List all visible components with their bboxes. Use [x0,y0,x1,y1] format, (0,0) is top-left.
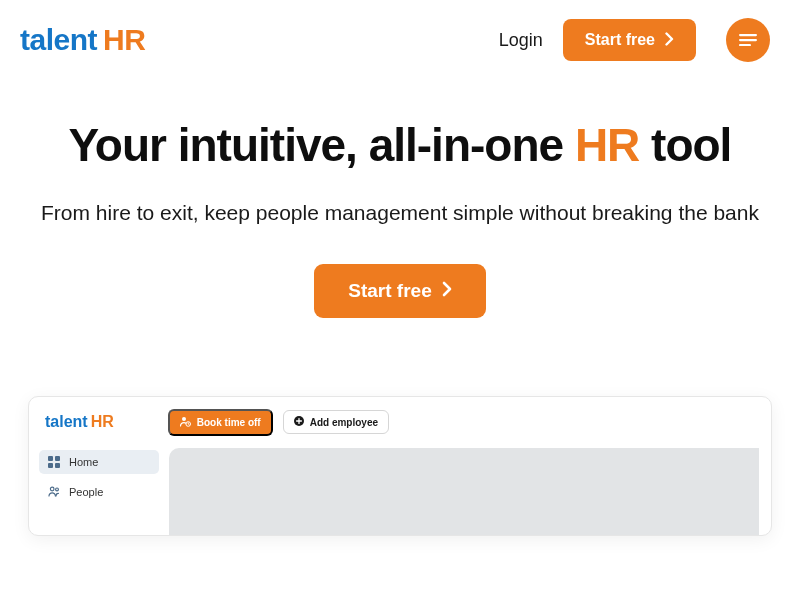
site-header: talent HR Login Start free [0,0,800,80]
add-employee-label: Add employee [310,417,378,428]
start-free-button-hero[interactable]: Start free [314,264,485,318]
app-preview-main-panel [169,448,759,536]
book-time-off-button[interactable]: Book time off [168,409,273,436]
menu-icon [739,34,757,46]
svg-rect-0 [739,34,757,36]
svg-rect-2 [739,44,751,46]
svg-point-11 [55,488,58,491]
hero-title: Your intuitive, all-in-one HR tool [40,120,760,172]
app-preview: talent HR Book time off Add employee [28,396,772,536]
hero-subtitle: From hire to exit, keep people managemen… [40,198,760,228]
preview-logo-hr: HR [91,413,114,431]
start-free-button-header[interactable]: Start free [563,19,696,61]
hero-section: Your intuitive, all-in-one HR tool From … [0,80,800,348]
header-actions: Login Start free [499,18,770,62]
app-preview-body: Home People [29,446,771,536]
svg-point-3 [182,417,186,421]
chevron-right-icon [665,32,674,49]
app-preview-topbar: talent HR Book time off Add employee [29,397,771,446]
sidebar-item-label: Home [69,456,98,468]
book-time-off-label: Book time off [197,417,261,428]
svg-rect-7 [55,456,60,461]
logo-word-talent: talent [20,23,97,57]
hero-title-accent: HR [575,119,639,171]
hero-title-pre: Your intuitive, all-in-one [69,119,575,171]
sidebar-item-home[interactable]: Home [39,450,159,474]
preview-logo-talent: talent [45,413,88,431]
add-employee-button[interactable]: Add employee [283,410,389,434]
svg-rect-6 [48,456,53,461]
menu-button[interactable] [726,18,770,62]
svg-point-10 [50,488,54,492]
login-link[interactable]: Login [499,30,543,51]
people-icon [47,486,61,497]
grid-icon [47,456,61,468]
logo[interactable]: talent HR [20,23,145,57]
user-clock-icon [180,416,191,429]
plus-circle-icon [294,416,304,428]
app-preview-sidebar: Home People [29,446,169,536]
chevron-right-icon [442,281,452,300]
hero-cta-wrap: Start free [40,264,760,318]
svg-rect-8 [48,463,53,468]
logo-word-hr: HR [103,23,145,57]
sidebar-item-label: People [69,486,103,498]
svg-rect-1 [739,39,757,41]
hero-title-post: tool [639,119,731,171]
preview-logo: talent HR [45,413,114,431]
start-free-label: Start free [585,31,655,49]
start-free-hero-label: Start free [348,280,431,302]
app-preview-wrap: talent HR Book time off Add employee [0,348,800,536]
svg-rect-9 [55,463,60,468]
sidebar-item-people[interactable]: People [39,480,159,504]
